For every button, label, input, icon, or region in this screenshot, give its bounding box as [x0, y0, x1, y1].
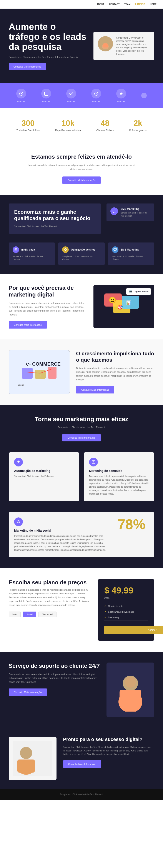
pricing-right: $ 49.99 /mês Opção de rota Segurança e p…	[98, 579, 154, 641]
price-amount: $ 49.99	[104, 586, 148, 595]
why-cta-button[interactable]: Consulte Mais Informação	[9, 321, 47, 329]
svg-rect-43	[120, 690, 141, 707]
card-text-0: Sample text. Click to select the Text El…	[13, 255, 51, 261]
make-cta-button[interactable]: Consulte Mais Informação	[63, 434, 100, 441]
hero-cta-button[interactable]: Consulte Mais Informação	[9, 63, 46, 70]
feature-item-0[interactable]: LOREM	[16, 89, 26, 102]
card-icon-1	[62, 246, 69, 253]
support-cta-button[interactable]: Consulte Mais Informação	[9, 688, 47, 696]
ready-right: Pronto para o seu sucesso digital? Sampl…	[63, 737, 154, 768]
svg-point-45	[20, 747, 32, 759]
happy-text: Lorem ipsum dolor sit amet, consectetur …	[27, 163, 136, 171]
nav-item-landing[interactable]: LANDING	[135, 3, 145, 5]
why-right: 😀 🎯 📊 💻 Digital Media	[93, 285, 154, 328]
hero-subtitle: Sample text. Click to select the Text El…	[9, 55, 87, 59]
svg-text:😀: 😀	[109, 297, 116, 304]
support-title: Serviço de suporte ao cliente 24/7	[9, 662, 100, 669]
card-text-1: Sample text. Click to select the Text El…	[62, 255, 100, 261]
make-title: Torne seu marketing mais eficaz	[9, 416, 154, 423]
hero-card: Sample text. Do you want to increase sal…	[93, 32, 154, 60]
pricing-subscribe-button[interactable]: Assinar	[104, 626, 163, 634]
hero-title: Aumente o tráfego e os leads da pesquisa	[9, 22, 87, 52]
svg-rect-2	[103, 43, 108, 47]
support-section: Serviço de suporte ao cliente 24/7 Duis …	[0, 652, 163, 728]
support-text: Duis aute irure dolor in reprehenderit i…	[9, 673, 100, 684]
feature-label-4: LOREM	[117, 100, 125, 102]
feature-item-1[interactable]: LOREM	[41, 89, 51, 102]
pricing-title: Escolha seu plano de preços	[9, 579, 91, 586]
social-card-section: Marketing de mídia social Podcasting do …	[0, 512, 163, 568]
svg-point-0	[103, 39, 108, 43]
card-title-1: Otimização de sites	[71, 248, 95, 251]
price-period: /mês	[104, 596, 148, 599]
stat-number-1: 10k	[55, 119, 81, 128]
why-title: Por que você precisa de marketing digita…	[9, 284, 87, 298]
save-text: Sample text. Click to select the Text El…	[14, 225, 96, 228]
support-right	[107, 662, 154, 717]
card-item-0: mídia paga Sample text. Click to select …	[9, 243, 55, 265]
social-card: Marketing de mídia social Podcasting do …	[9, 512, 154, 557]
card-text-2: Sample text. Click to select the Text El…	[112, 255, 150, 261]
card-automacao-icon	[14, 458, 23, 466]
sms-icon-main	[111, 208, 118, 215]
ready-text: Sample text. Click to select the Text El…	[63, 746, 154, 756]
svg-text:-: -	[29, 362, 31, 367]
hero-avatar	[98, 36, 113, 52]
growth-title: O crescimento impulsiona tudo o que faze…	[76, 350, 154, 363]
feature-item-2[interactable]: LOREM	[66, 89, 76, 102]
footer: Sample text. Click to select the Text El…	[0, 789, 163, 800]
pricing-text: Podemos ajudá-o a alcançar e tirar os me…	[9, 588, 91, 607]
card-icon-0	[13, 246, 19, 253]
features-next-arrow[interactable]: ›	[141, 93, 147, 98]
feature-item-4[interactable]: LOREM	[116, 89, 126, 102]
stat-number-2: 48	[96, 119, 114, 128]
social-card-text: Podcasting do gerenciamento de mudanças …	[14, 534, 108, 552]
sms-card-text: Sample text. Click to select the Text El…	[121, 212, 150, 217]
growth-text: Duis aute irure dolor in reprehenderit i…	[76, 367, 154, 382]
feature-item-3[interactable]: LOREM	[91, 89, 101, 102]
nav-item-team[interactable]: TEAM	[124, 3, 130, 5]
growth-left: e - COMMERCE START	[9, 350, 70, 394]
svg-point-42	[125, 677, 136, 688]
svg-text:🎯: 🎯	[117, 305, 123, 310]
hero-left: Aumente o tráfego e os leads da pesquisa…	[9, 22, 87, 70]
feature-icon-3	[91, 89, 101, 98]
pricing-tabs: Mês Anual Semestral	[9, 612, 91, 617]
feature-icon-2	[66, 89, 76, 98]
growth-section: e - COMMERCE START O crescimento impulsi…	[0, 339, 163, 405]
card-conteudo-text: Duis aute irure dolor in reprehenderit i…	[89, 475, 149, 496]
pricing-tab-anual[interactable]: Anual	[23, 612, 36, 617]
card-icon-row-1: Otimização de sites	[62, 246, 100, 253]
ready-section: Pronto para o seu sucesso digital? Sampl…	[0, 728, 163, 789]
social-card-title: Marketing de mídia social	[14, 529, 108, 532]
pricing-left: Escolha seu plano de preços Podemos ajud…	[9, 579, 91, 617]
nav-item-about[interactable]: ABOUT	[96, 3, 104, 5]
save-right: SMS Marketing Sample text. Click to sele…	[107, 204, 154, 221]
sms-card-main: SMS Marketing Sample text. Click to sele…	[107, 204, 154, 221]
growth-cta-button[interactable]: Consulte Mais Informação	[76, 386, 114, 394]
nav-item-contact[interactable]: CONTACT	[109, 3, 120, 5]
ready-cta-button[interactable]: Consulte Mais Informação	[63, 761, 101, 768]
pricing-tab-mes[interactable]: Mês	[9, 612, 21, 617]
card-icon-row-0: mídia paga	[13, 246, 51, 253]
feature-label-0: LOREM	[17, 100, 25, 102]
stat-label-2: Clientes Globais	[96, 129, 114, 132]
nav-item-home[interactable]: HOME	[150, 3, 157, 5]
stat-label-0: Trabalhos Concluídos	[16, 129, 40, 132]
svg-point-11	[65, 249, 66, 251]
price-feature-2: Streaming	[104, 615, 148, 620]
feature-label-3: LOREM	[92, 100, 100, 102]
percent-display: 78%	[118, 518, 146, 531]
happy-cta-button[interactable]: Consulte Mais Informação	[63, 177, 100, 184]
happy-section: Estamos sempre felizes em atendê-lo Lore…	[0, 143, 163, 195]
growth-right: O crescimento impulsiona tudo o que faze…	[76, 350, 154, 394]
stat-item-2: 48 Clientes Globais	[96, 119, 114, 132]
make-section: Torne seu marketing mais eficaz Sample t…	[0, 405, 163, 452]
feature-icon-1	[41, 89, 51, 98]
pricing-tab-semestral[interactable]: Semestral	[38, 612, 57, 617]
digital-media-graphic: 😀 🎯 📊 💻 Digital Media	[93, 285, 154, 328]
hero-section: Aumente o tráfego e os leads da pesquisa…	[0, 9, 163, 83]
stat-item-1: 10k Experiência na Industria	[55, 119, 81, 132]
social-right: 78%	[114, 518, 149, 531]
price-features: Opção de rota Segurança e privacidade St…	[104, 603, 148, 620]
